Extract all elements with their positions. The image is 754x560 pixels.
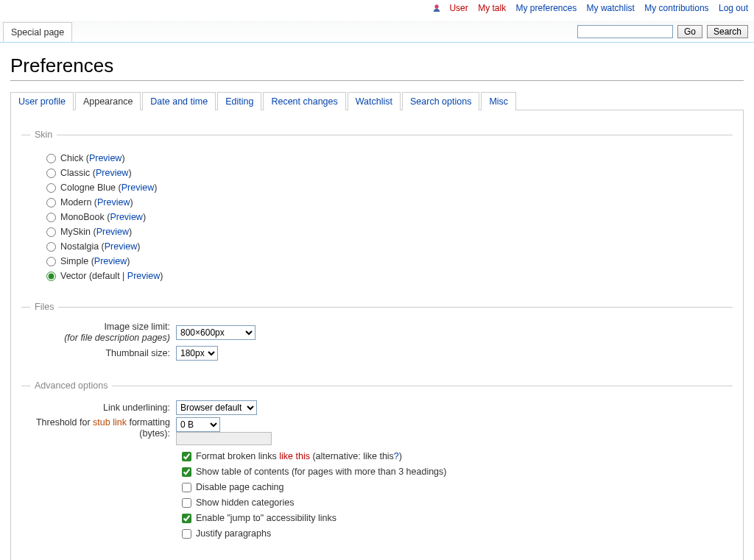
tab-misc[interactable]: Misc (481, 92, 516, 110)
tab-recent-changes[interactable]: Recent changes (263, 92, 345, 110)
link-watchlist[interactable]: My watchlist (587, 3, 635, 13)
radio-myskin[interactable] (46, 227, 56, 237)
go-button[interactable]: Go (677, 25, 702, 38)
skin-option-myskin: MySkin (Preview) (46, 225, 733, 238)
checkbox-justify-paragraphs[interactable] (182, 529, 191, 539)
alt-link-example[interactable]: ? (394, 451, 399, 461)
skin-label: Chick (Preview) (60, 152, 125, 165)
option-format-broken-links: Format broken links like this (alternati… (182, 450, 733, 463)
tab-watchlist[interactable]: Watchlist (348, 92, 401, 110)
svg-point-0 (435, 5, 439, 9)
checkbox-label: Justify paragraphs (196, 527, 271, 540)
checkbox-label: Format broken links like this (alternati… (196, 450, 402, 463)
preview-link[interactable]: Preview (94, 256, 127, 266)
skin-label: Modern (Preview) (60, 196, 133, 209)
label-link-underlining: Link underlining: (21, 403, 176, 414)
preview-link[interactable]: Preview (96, 168, 128, 178)
label-image-size-limit: Image size limit:(for file description p… (21, 322, 176, 344)
preview-link[interactable]: Preview (110, 212, 142, 222)
link-preferences[interactable]: My preferences (516, 3, 577, 13)
radio-modern[interactable] (46, 198, 56, 208)
prefs-body: Skin Chick (Preview) Classic (Preview) C… (10, 110, 744, 560)
skin-option-nostalgia: Nostalgia (Preview) (46, 240, 733, 253)
label-stub-threshold: Threshold for stub link formatting (byte… (21, 417, 176, 439)
search-input[interactable] (577, 25, 673, 38)
skin-label: Vector (default | Preview) (60, 269, 163, 283)
select-thumbnail-size[interactable]: 180px (176, 346, 218, 361)
checkbox-disable-caching[interactable] (182, 483, 191, 492)
skin-option-simple: Simple (Preview) (46, 255, 733, 268)
option-show-hidden-categories: Show hidden categories (182, 496, 733, 509)
preview-link[interactable]: Preview (127, 271, 160, 281)
section-files-legend: Files (30, 302, 58, 312)
checkbox-label: Show table of contents (for pages with m… (196, 465, 446, 478)
link-contributions[interactable]: My contributions (644, 3, 708, 13)
preview-link[interactable]: Preview (97, 197, 130, 208)
section-skin-legend: Skin (30, 130, 57, 140)
skin-option-modern: Modern (Preview) (46, 196, 733, 209)
tab-appearance[interactable]: Appearance (75, 92, 141, 110)
search-button[interactable]: Search (707, 25, 748, 38)
skin-label: Simple (Preview) (60, 255, 130, 268)
search-form: Go Search (577, 25, 748, 38)
checkbox-show-hidden-categories[interactable] (182, 498, 191, 508)
preview-link[interactable]: Preview (121, 182, 154, 193)
skin-option-chick: Chick (Preview) (46, 152, 733, 165)
checkbox-show-toc[interactable] (182, 467, 191, 477)
checkbox-label: Show hidden categories (196, 496, 294, 509)
link-mytalk[interactable]: My talk (478, 3, 506, 13)
option-disable-caching: Disable page caching (182, 481, 733, 494)
skin-label: MySkin (Preview) (60, 225, 132, 238)
checkbox-label: Disable page caching (196, 481, 284, 494)
checkbox-enable-jump-to[interactable] (182, 514, 191, 523)
link-user[interactable]: User (449, 3, 468, 13)
skin-option-monobook: MonoBook (Preview) (46, 210, 733, 224)
link-logout[interactable]: Log out (719, 3, 748, 13)
input-stub-threshold-custom[interactable] (176, 432, 272, 445)
radio-simple[interactable] (46, 257, 56, 266)
select-link-underlining[interactable]: Browser default (176, 400, 257, 415)
option-enable-jump-to: Enable "jump to" accessibility links (182, 511, 733, 525)
page-title: Preferences (10, 54, 744, 81)
skin-label: Nostalgia (Preview) (60, 240, 140, 253)
skin-option-cologne-blue: Cologne Blue (Preview) (46, 181, 733, 194)
section-skin: Skin Chick (Preview) Classic (Preview) C… (21, 130, 733, 284)
tab-user-profile[interactable]: User profile (10, 92, 74, 110)
radio-chick[interactable] (46, 154, 56, 163)
option-show-toc: Show table of contents (for pages with m… (182, 465, 733, 478)
option-justify-paragraphs: Justify paragraphs (182, 527, 733, 540)
personal-bar: User My talk My preferences My watchlist… (0, 0, 754, 16)
preview-link[interactable]: Preview (89, 153, 121, 163)
skin-label: Cologne Blue (Preview) (60, 181, 157, 194)
preview-link[interactable]: Preview (105, 241, 137, 252)
section-advanced-legend: Advanced options (30, 380, 112, 391)
skin-option-vector: Vector (default | Preview) (46, 269, 733, 283)
tab-editing[interactable]: Editing (217, 92, 261, 110)
tab-search-options[interactable]: Search options (402, 92, 479, 110)
prefs-tabs: User profile Appearance Date and time Ed… (10, 91, 744, 110)
select-image-size-limit[interactable]: 800×600px (176, 325, 256, 340)
radio-cologne-blue[interactable] (46, 183, 56, 193)
checkbox-format-broken-links[interactable] (182, 452, 191, 461)
namespace-tab-special: Special page (3, 22, 72, 42)
skin-label: MonoBook (Preview) (60, 210, 146, 224)
radio-monobook[interactable] (46, 213, 56, 222)
radio-vector[interactable] (46, 272, 56, 281)
label-thumbnail-size: Thumbnail size: (21, 348, 176, 359)
skin-option-classic: Classic (Preview) (46, 166, 733, 180)
user-icon (432, 4, 441, 13)
section-advanced: Advanced options Link underlining: Brows… (21, 380, 733, 542)
skin-label: Classic (Preview) (60, 166, 132, 180)
section-files: Files Image size limit:(for file descrip… (21, 302, 733, 363)
preview-link[interactable]: Preview (96, 227, 129, 237)
radio-classic[interactable] (46, 169, 56, 178)
tab-date-time[interactable]: Date and time (142, 92, 216, 110)
checkbox-label: Enable "jump to" accessibility links (196, 511, 337, 525)
top-bar: Special page Go Search (0, 21, 754, 43)
select-stub-threshold[interactable]: 0 B (176, 417, 220, 432)
radio-nostalgia[interactable] (46, 242, 56, 252)
